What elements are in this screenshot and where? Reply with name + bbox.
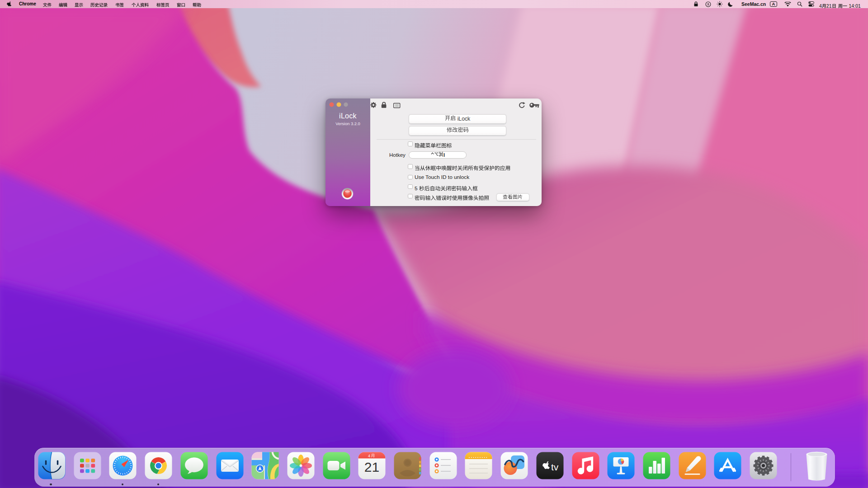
svg-text:4: 4: [368, 454, 370, 458]
svg-text:21: 21: [364, 460, 379, 474]
svg-text:tv: tv: [551, 462, 559, 472]
